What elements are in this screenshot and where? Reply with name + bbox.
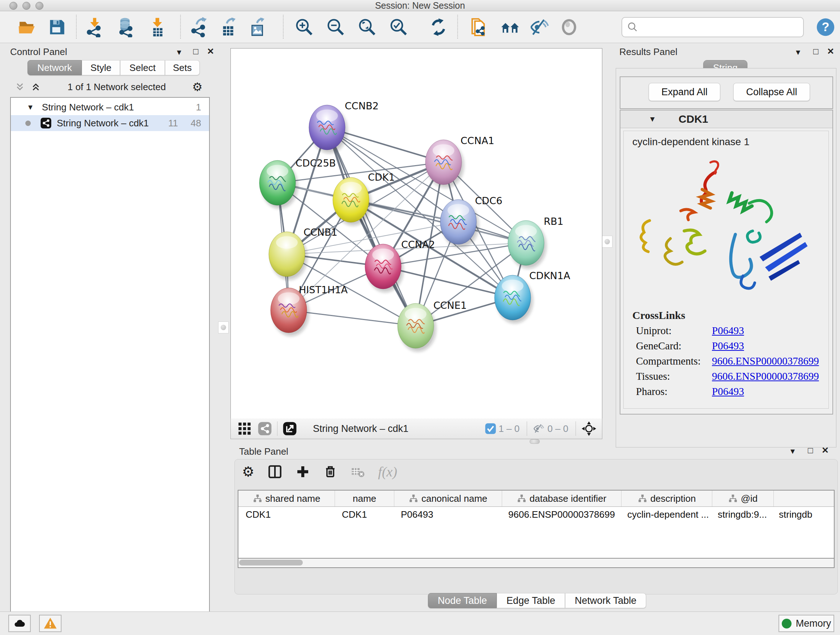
network-node[interactable]: CCNB2 <box>309 100 379 153</box>
save-session-button[interactable] <box>46 16 68 38</box>
tab-edge-table[interactable]: Edge Table <box>497 593 565 608</box>
delete-column-trash-icon[interactable] <box>323 464 338 479</box>
table-cell[interactable]: P06493 <box>393 509 501 520</box>
warnings-button[interactable] <box>39 615 62 632</box>
undock-panel-icon[interactable]: □ <box>808 445 813 455</box>
column-header[interactable]: shared name <box>238 491 335 507</box>
search-input[interactable] <box>639 19 803 35</box>
network-node[interactable]: HIST1H1A <box>271 284 348 336</box>
import-table-icon <box>147 17 167 37</box>
tab-network-table[interactable]: Network Table <box>565 593 646 608</box>
table-row[interactable]: CDK1CDK1P064939606.ENSP00000378699cyclin… <box>238 507 834 522</box>
fit-selected-crosshair-icon[interactable] <box>581 421 597 437</box>
export-image-button[interactable] <box>247 16 269 38</box>
network-node[interactable]: CCNE1 <box>398 300 467 352</box>
right-splitter-handle[interactable] <box>602 236 613 248</box>
table-cell[interactable]: stringdb <box>772 509 835 520</box>
crosslink-link[interactable]: P06493 <box>712 325 744 337</box>
network-options-gear-icon[interactable]: ⚙ <box>192 80 202 94</box>
hide-selected-button[interactable] <box>529 16 550 38</box>
network-graph[interactable]: CCNB2 CCNA1 CDC25B CDK1 CDC6 RB1 CCNB1 C… <box>231 49 602 418</box>
float-panel-icon[interactable]: ▾ <box>796 47 800 57</box>
table-cell[interactable]: cyclin-dependent ... <box>620 509 711 520</box>
crosslink-link[interactable]: 9606.ENSP00000378699 <box>712 371 819 382</box>
undock-panel-icon[interactable]: □ <box>813 46 819 57</box>
node-label: CDKN1A <box>529 270 570 281</box>
column-header[interactable]: description <box>622 491 712 507</box>
close-panel-icon[interactable]: ✕ <box>827 46 834 57</box>
network-canvas[interactable]: CCNB2 CCNA1 CDC25B CDK1 CDC6 RB1 CCNB1 C… <box>231 48 602 419</box>
open-session-button[interactable] <box>16 16 38 38</box>
tab-sets[interactable]: Sets <box>165 60 200 75</box>
table-cell[interactable]: CDK1 <box>335 509 393 520</box>
network-node[interactable]: CDKN1A <box>494 270 570 323</box>
column-header[interactable]: name <box>335 491 394 507</box>
expand-collapse-box: Expand All Collapse All <box>620 76 833 109</box>
horizontal-scrollbar[interactable] <box>238 559 835 568</box>
add-column-icon[interactable] <box>295 464 310 479</box>
search-field[interactable] <box>622 17 804 37</box>
zoom-fit-button[interactable] <box>356 16 378 38</box>
table-cell[interactable]: stringdb:9... <box>711 509 772 520</box>
memory-button[interactable]: Memory <box>778 615 834 632</box>
collapse-all-button[interactable]: Collapse All <box>733 83 810 101</box>
float-panel-icon[interactable]: ▾ <box>177 47 181 57</box>
import-table-button[interactable] <box>147 16 168 38</box>
crosslink-link[interactable]: P06493 <box>712 340 744 352</box>
attribute-table[interactable]: shared namenamecanonical namedatabase id… <box>238 490 835 559</box>
undock-panel-icon[interactable]: □ <box>193 46 199 57</box>
table-cell[interactable]: CDK1 <box>238 509 335 520</box>
crosslink-link[interactable]: P06493 <box>712 386 744 397</box>
cloud-icon <box>13 617 26 630</box>
tab-style[interactable]: Style <box>82 60 120 75</box>
first-neighbors-button[interactable] <box>499 16 521 38</box>
birdseye-grid-icon[interactable] <box>237 421 252 436</box>
scrollbar-thumb[interactable] <box>239 560 303 565</box>
section-expander-icon[interactable]: ▼ <box>649 115 656 124</box>
table-settings-gear-icon[interactable]: ⚙ <box>242 464 254 480</box>
crosslink-link[interactable]: 9606.ENSP00000378699 <box>712 355 819 367</box>
network-share-icon[interactable] <box>257 421 272 436</box>
network-node[interactable]: CCNA2 <box>365 239 435 292</box>
close-panel-icon[interactable]: ✕ <box>821 445 829 455</box>
left-splitter-handle[interactable] <box>218 321 229 333</box>
network-node[interactable]: RB1 <box>508 216 563 269</box>
tab-node-table[interactable]: Node Table <box>428 593 497 608</box>
export-table-button[interactable] <box>218 16 240 38</box>
show-all-button[interactable] <box>558 16 580 38</box>
table-cell[interactable]: 9606.ENSP00000378699 <box>501 509 620 520</box>
refresh-view-button[interactable] <box>428 16 449 38</box>
node-section-header[interactable]: ▼ CDK1 <box>621 111 832 128</box>
expand-all-button[interactable]: Expand All <box>649 83 720 101</box>
network-node[interactable]: CCNA1 <box>425 135 494 188</box>
cloud-status-button[interactable] <box>8 615 31 632</box>
column-header[interactable]: namespace <box>774 491 835 507</box>
import-network-button[interactable] <box>84 16 105 38</box>
collapse-all-networks-icon[interactable] <box>14 81 25 92</box>
network-node[interactable]: CDC25B <box>259 157 336 209</box>
help-button[interactable]: ? <box>815 16 836 38</box>
column-header[interactable]: database identifier <box>502 491 622 507</box>
float-panel-icon[interactable]: ▾ <box>790 446 795 456</box>
column-header[interactable]: @id <box>712 491 774 507</box>
selected-checkbox-icon[interactable] <box>485 423 496 434</box>
collection-expander-icon[interactable]: ▼ <box>27 103 34 111</box>
zoom-out-button[interactable] <box>325 16 347 38</box>
export-network-button[interactable] <box>188 16 210 38</box>
network-node[interactable]: CDC6 <box>440 195 502 248</box>
network-row-selected[interactable]: String Network – cdk1 11 48 <box>11 115 209 131</box>
zoom-selected-button[interactable] <box>388 16 409 38</box>
show-columns-icon[interactable] <box>267 464 283 479</box>
tab-select[interactable]: Select <box>120 60 165 75</box>
zoom-in-button[interactable] <box>294 16 315 38</box>
network-collection-row[interactable]: ▼ String Network – cdk1 1 <box>11 99 209 115</box>
clone-network-button[interactable] <box>468 16 489 38</box>
control-panel: Control Panel ▾ □ ✕ Network Style Select… <box>2 44 216 611</box>
expand-all-networks-icon[interactable] <box>30 81 41 92</box>
open-in-new-window-icon[interactable] <box>283 421 297 436</box>
network-node[interactable]: CCNB1 <box>269 226 338 280</box>
import-network-from-database-button[interactable] <box>115 16 137 38</box>
close-panel-icon[interactable]: ✕ <box>207 46 214 57</box>
column-header[interactable]: canonical name <box>394 491 502 507</box>
tab-network[interactable]: Network <box>27 60 82 75</box>
